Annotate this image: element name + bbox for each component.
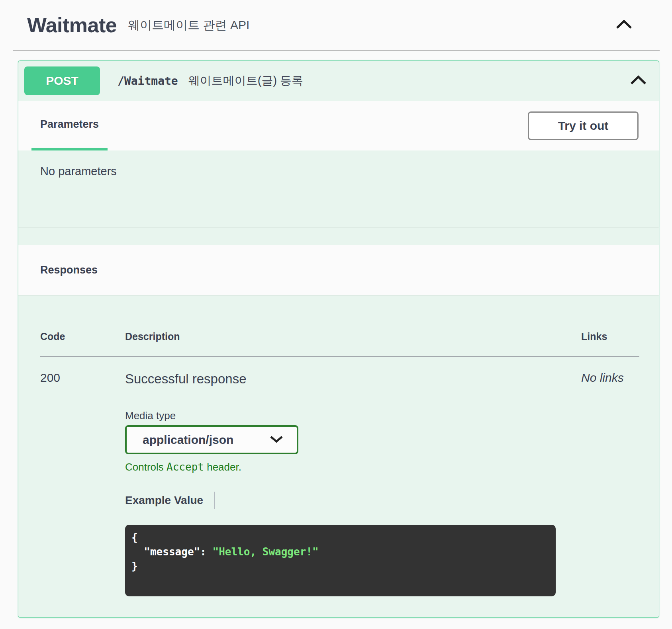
- tag-header: Waitmate 웨이트메이트 관련 API: [13, 0, 660, 51]
- collapse-tag-button[interactable]: [615, 20, 633, 31]
- media-type-selected-value: application/json: [143, 433, 270, 447]
- responses-section: Code Description Links 200 Successful re…: [18, 295, 659, 617]
- json-open-brace: {: [131, 530, 548, 545]
- controls-accept-header-note: Controls Accept header.: [125, 461, 581, 473]
- json-close-brace: }: [131, 559, 548, 573]
- controls-note-header-name: Accept: [167, 461, 204, 473]
- example-tabs: Example Value: [125, 492, 581, 509]
- response-description: Successful response: [125, 371, 581, 387]
- controls-note-suffix: header.: [204, 461, 241, 473]
- opblock-post-waitmate: POST /Waitmate 웨이트메이트(글) 등록 Parameters T…: [18, 61, 659, 618]
- endpoint-summary: 웨이트메이트(글) 등록: [188, 73, 303, 89]
- json-string-value: "Hello, Swagger!": [213, 546, 319, 558]
- responses-section-header: Responses: [18, 245, 659, 295]
- chevron-up-icon: [615, 20, 633, 31]
- parameters-tab-bar: Parameters Try it out: [18, 101, 659, 150]
- response-links: No links: [581, 371, 639, 596]
- no-parameters-text: No parameters: [40, 165, 117, 178]
- try-it-out-button[interactable]: Try it out: [528, 111, 639, 140]
- tab-separator: [214, 492, 215, 509]
- table-row: 200 Successful response Media type appli…: [40, 357, 639, 596]
- http-method-badge: POST: [24, 66, 100, 95]
- response-code: 200: [40, 371, 125, 596]
- endpoint-path: /Waitmate: [118, 74, 178, 88]
- page-subtitle: 웨이트메이트 관련 API: [128, 17, 249, 33]
- json-message-line: "message": "Hello, Swagger!": [131, 545, 548, 559]
- json-separator: :: [200, 546, 212, 558]
- page-title: Waitmate: [27, 13, 117, 37]
- column-header-links: Links: [581, 331, 639, 342]
- media-type-label: Media type: [125, 409, 581, 422]
- response-description-cell: Successful response Media type applicati…: [125, 371, 581, 596]
- chevron-down-icon: [270, 436, 283, 444]
- json-key: "message": [131, 546, 200, 558]
- column-header-description: Description: [125, 331, 581, 342]
- responses-table-header: Code Description Links: [40, 295, 639, 357]
- controls-note-prefix: Controls: [125, 461, 167, 473]
- chevron-up-icon: [630, 75, 647, 86]
- tab-parameters[interactable]: Parameters: [31, 101, 108, 150]
- example-json-block: { "message": "Hello, Swagger!" }: [125, 525, 556, 596]
- opblock-summary[interactable]: POST /Waitmate 웨이트메이트(글) 등록: [18, 61, 659, 101]
- tab-example-value[interactable]: Example Value: [125, 493, 203, 508]
- column-header-code: Code: [40, 331, 125, 342]
- media-type-select[interactable]: application/json: [125, 425, 298, 454]
- section-gap: [18, 227, 659, 245]
- responses-title: Responses: [40, 264, 98, 276]
- parameters-section: No parameters: [18, 150, 659, 227]
- collapse-operation-button[interactable]: [630, 75, 647, 86]
